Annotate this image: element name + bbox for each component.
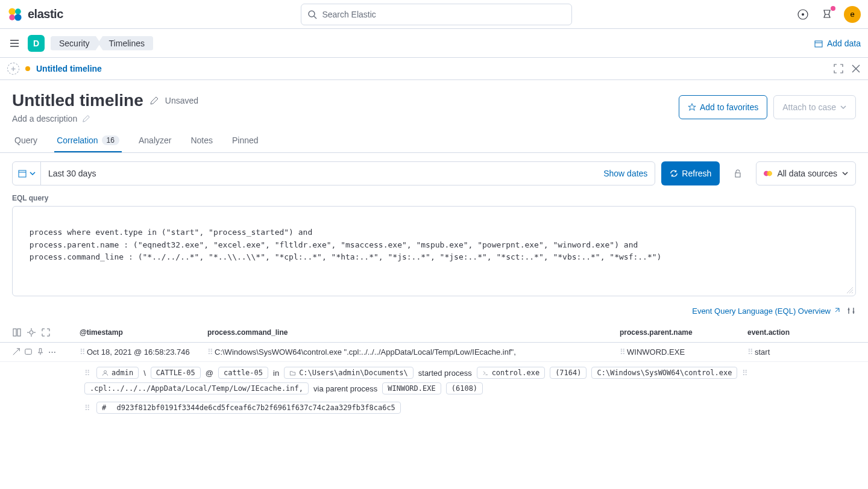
pin-icon[interactable] xyxy=(36,347,45,356)
cell-timestamp: Oct 18, 2021 @ 16:58:23.746 xyxy=(87,347,190,357)
svg-point-31 xyxy=(104,370,106,373)
svg-point-29 xyxy=(30,331,33,334)
close-icon[interactable] xyxy=(851,64,861,73)
search-placeholder: Search Elastic xyxy=(322,10,376,19)
add-to-favorites-button[interactable]: Add to favorites xyxy=(679,95,767,119)
drag-handle-icon[interactable]: ⠿ xyxy=(80,347,84,357)
svg-point-4 xyxy=(309,11,315,17)
gear-icon[interactable] xyxy=(27,328,36,337)
app-badge[interactable]: D xyxy=(28,35,45,52)
cell-cmd: C:\Windows\SysWOW64\control.exe ".cpl:..… xyxy=(215,347,516,357)
svg-point-25 xyxy=(848,309,850,311)
settings-icon[interactable] xyxy=(846,306,856,316)
more-actions-icon[interactable]: ⋯ xyxy=(48,347,56,357)
drag-handle-icon[interactable]: ⠿ xyxy=(747,347,752,357)
correlation-count-badge: 16 xyxy=(102,135,119,145)
col-header-timestamp[interactable]: @timestamp xyxy=(80,328,200,337)
parent-process-pill[interactable]: WINWORD.EXE xyxy=(382,382,441,394)
process-path-pill[interactable]: C:\Windows\SysWOW64\control.exe xyxy=(591,367,737,379)
new-timeline-button[interactable]: + xyxy=(7,63,19,75)
svg-point-19 xyxy=(767,171,773,176)
col-header-cmd[interactable]: process.command_line xyxy=(207,328,612,337)
user-avatar[interactable]: e xyxy=(844,6,861,23)
tab-pinned[interactable]: Pinned xyxy=(230,128,261,152)
drag-handle-icon[interactable]: ⠿ xyxy=(84,403,89,413)
event-detail-renderer: ⠿ admin \ CATTLE-05 @ cattle-05 in C:\Us… xyxy=(0,362,868,421)
chevron-down-icon xyxy=(30,170,36,176)
eql-label: EQL query xyxy=(0,194,868,202)
add-data-link[interactable]: Add data xyxy=(814,39,861,48)
search-input[interactable]: Search Elastic xyxy=(301,4,572,25)
svg-rect-28 xyxy=(17,329,20,336)
help-icon[interactable] xyxy=(796,7,810,22)
chevron-down-icon xyxy=(842,170,848,176)
expand-icon[interactable] xyxy=(12,347,20,356)
breadcrumb-timelines[interactable]: Timelines xyxy=(98,36,153,51)
hostname-pill[interactable]: cattle-05 xyxy=(218,367,268,379)
drag-handle-icon[interactable]: ⠿ xyxy=(84,369,89,378)
svg-line-5 xyxy=(314,16,316,19)
data-sources-button[interactable]: All data sources xyxy=(756,161,856,185)
lock-icon[interactable] xyxy=(726,161,750,185)
folder-icon xyxy=(289,370,296,376)
date-range-text: Last 30 days xyxy=(41,169,596,178)
svg-point-2 xyxy=(9,14,15,20)
timeline-tab-title[interactable]: Untitled timeline xyxy=(36,64,102,73)
svg-rect-30 xyxy=(25,349,32,355)
svg-rect-15 xyxy=(19,170,26,177)
fullscreen-icon[interactable] xyxy=(41,328,51,337)
star-icon xyxy=(688,103,696,111)
tab-query[interactable]: Query xyxy=(12,128,40,152)
cell-parent: WINWORD.EXE xyxy=(627,347,685,357)
process-name-pill[interactable]: control.exe xyxy=(477,367,545,379)
cwd-pill[interactable]: C:\Users\admin\Documents\ xyxy=(284,367,414,379)
process-args-pill[interactable]: .cpl:../../../AppData/Local/Temp/Low/IEc… xyxy=(84,382,309,394)
fields-icon[interactable] xyxy=(12,328,22,337)
calendar-icon xyxy=(17,169,27,178)
package-icon xyxy=(814,39,823,48)
resize-handle-icon[interactable] xyxy=(846,286,853,293)
console-icon xyxy=(482,370,489,376)
search-icon xyxy=(307,10,317,19)
table-row: ⋯ ⠿Oct 18, 2021 @ 16:58:23.746 ⠿C:\Windo… xyxy=(0,343,868,362)
breadcrumb-security[interactable]: Security xyxy=(51,36,101,51)
note-icon[interactable] xyxy=(24,347,33,356)
page-title: Untitled timeline xyxy=(12,91,143,110)
date-picker-button[interactable] xyxy=(13,162,41,185)
svg-point-26 xyxy=(853,311,855,313)
parent-pid-pill[interactable]: (6108) xyxy=(446,382,483,394)
user-icon xyxy=(102,370,108,376)
tab-analyzer[interactable]: Analyzer xyxy=(136,128,174,152)
elastic-wordmark: elastic xyxy=(28,7,63,21)
refresh-icon xyxy=(670,169,678,178)
svg-rect-17 xyxy=(735,173,740,177)
drag-handle-icon[interactable]: ⠿ xyxy=(620,347,624,357)
attach-to-case-button: Attach to case xyxy=(773,95,856,119)
newsfeed-icon[interactable] xyxy=(820,7,834,22)
elastic-logo[interactable]: elastic xyxy=(7,7,63,22)
svg-line-22 xyxy=(852,292,853,293)
show-dates-button[interactable]: Show dates xyxy=(596,169,655,178)
refresh-button[interactable]: Refresh xyxy=(661,161,720,185)
tab-correlation[interactable]: Correlation16 xyxy=(54,128,122,152)
hash-pill[interactable]: # d923f812bf0191f3344de6cd5fceaf6c7b2f69… xyxy=(96,402,401,414)
drag-handle-icon[interactable]: ⠿ xyxy=(207,347,212,357)
user-pill[interactable]: admin xyxy=(96,367,139,379)
drag-handle-icon[interactable]: ⠿ xyxy=(742,369,747,378)
host-pill[interactable]: CATTLE-05 xyxy=(151,367,201,379)
external-link-icon xyxy=(833,307,840,314)
eql-query-input[interactable]: process where event.type in ("start", "p… xyxy=(12,206,856,296)
eql-overview-link[interactable]: Event Query Language (EQL) Overview xyxy=(692,307,840,316)
edit-title-icon[interactable] xyxy=(149,96,159,105)
description-placeholder[interactable]: Add a description xyxy=(12,114,77,123)
col-header-parent[interactable]: process.parent.name xyxy=(620,328,740,337)
nav-toggle-icon[interactable] xyxy=(7,36,22,51)
tab-notes[interactable]: Notes xyxy=(188,128,215,152)
col-header-action[interactable]: event.action xyxy=(747,328,856,337)
exit-fullscreen-icon[interactable] xyxy=(833,63,844,74)
svg-point-7 xyxy=(802,13,804,16)
hash-icon: # xyxy=(102,403,106,412)
breadcrumb: Security Timelines xyxy=(51,36,153,51)
pid-pill[interactable]: (7164) xyxy=(550,367,587,379)
edit-description-icon[interactable] xyxy=(82,114,90,123)
